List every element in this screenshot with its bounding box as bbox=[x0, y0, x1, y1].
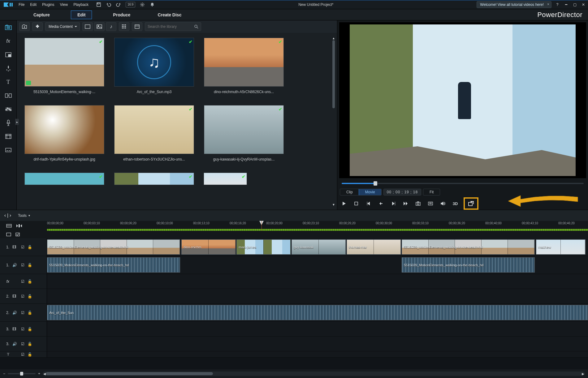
zoom-out-icon[interactable]: − bbox=[3, 372, 5, 376]
media-item[interactable]: ✔ bbox=[24, 173, 105, 185]
preview-mode-movie[interactable]: Movie bbox=[359, 189, 382, 195]
track-lock-icon[interactable]: 🔓 bbox=[28, 311, 32, 315]
stop-icon[interactable] bbox=[352, 200, 360, 208]
library-category-select[interactable]: Media Content bbox=[45, 22, 80, 31]
track-enable-icon[interactable]: ☑ bbox=[21, 263, 24, 267]
next-frame-icon[interactable] bbox=[389, 200, 397, 208]
media-room-icon[interactable] bbox=[4, 24, 13, 32]
track-lock-icon[interactable]: 🔓 bbox=[28, 245, 32, 249]
mode-produce[interactable]: Produce bbox=[107, 11, 136, 19]
track-lock-icon[interactable]: 🔓 bbox=[28, 352, 32, 357]
media-item[interactable]: ✔ guy-kawasaki-iij-QvyRAnM-unsplas... bbox=[204, 105, 284, 161]
pip-room-icon[interactable] bbox=[4, 51, 13, 59]
media-item[interactable]: drif-riadh-YpkuRn54y4w-unsplash.jpg bbox=[24, 105, 105, 161]
media-item[interactable]: ✔ ethan-robertson-SYx3UCHZJlo-uns... bbox=[114, 105, 194, 161]
timeline-clip[interactable]: 5515039_MotionElements_walking-on-the-be… bbox=[402, 239, 535, 255]
track-enable-icon[interactable]: ☑ bbox=[21, 311, 24, 315]
timeline-clip[interactable]: Arc_of_the_Sun bbox=[47, 305, 588, 320]
close-icon[interactable]: × bbox=[547, 2, 549, 6]
track-enable-icon[interactable]: ☑ bbox=[21, 342, 24, 346]
help-icon[interactable]: ? bbox=[555, 2, 560, 7]
preview-fit-select[interactable]: Fit bbox=[423, 189, 440, 195]
media-item[interactable]: ✔♫ Arc_of_the_Sun.mp3 bbox=[114, 38, 194, 94]
scroll-up-icon[interactable]: ▲ bbox=[331, 36, 336, 40]
undock-preview-icon[interactable] bbox=[464, 197, 478, 210]
aspect-ratio-icon[interactable]: 16:9 bbox=[126, 2, 135, 7]
mode-edit[interactable]: Edit bbox=[71, 11, 92, 19]
track-lock-icon[interactable]: 🔓 bbox=[28, 294, 32, 299]
track-enable-icon[interactable]: ☑ bbox=[21, 327, 24, 331]
menu-edit[interactable]: Edit bbox=[28, 1, 39, 8]
save-icon[interactable] bbox=[96, 2, 102, 7]
notifications-icon[interactable] bbox=[149, 2, 155, 7]
preview-quality-icon[interactable] bbox=[426, 200, 435, 208]
media-item[interactable]: ✔ 5515039_MotionElements_walking-... bbox=[24, 38, 105, 94]
menu-view[interactable]: View bbox=[57, 1, 70, 8]
maximize-icon[interactable]: ▢ bbox=[572, 2, 577, 7]
view-grid-icon[interactable] bbox=[119, 22, 129, 31]
track-enable-icon[interactable]: ☑ bbox=[21, 352, 24, 357]
timeline-clip[interactable]: 5515039_MotionElements_walking-on-the-be… bbox=[47, 257, 180, 273]
track-lock-icon[interactable]: 🔓 bbox=[28, 327, 32, 331]
preview-scrubber[interactable] bbox=[337, 180, 588, 187]
marker-icon[interactable] bbox=[16, 224, 22, 228]
fx-room-icon[interactable]: fx bbox=[4, 37, 13, 45]
volume-icon[interactable] bbox=[439, 200, 447, 208]
audio-mix-room-icon[interactable] bbox=[4, 105, 13, 113]
fast-forward-icon[interactable] bbox=[402, 200, 410, 208]
library-search[interactable] bbox=[145, 22, 201, 31]
timeline-clip[interactable]: 5515039_MotionElements_walking-on-the-be… bbox=[402, 257, 535, 273]
preview-canvas[interactable] bbox=[339, 22, 586, 178]
track-enable-icon[interactable]: ☑ bbox=[21, 279, 24, 284]
timeline-scrollbar[interactable]: ◀ ▶ bbox=[43, 372, 585, 376]
zoom-slider[interactable] bbox=[8, 373, 36, 374]
scroll-down-icon[interactable]: ▼ bbox=[331, 202, 336, 207]
step-back-icon[interactable] bbox=[377, 200, 385, 208]
title-room-icon[interactable]: T bbox=[4, 78, 13, 86]
track-lock-icon[interactable]: 🔓 bbox=[28, 342, 32, 346]
filter-image-icon[interactable] bbox=[94, 22, 105, 31]
split-align-icon[interactable] bbox=[4, 213, 11, 218]
particle-room-icon[interactable] bbox=[4, 64, 13, 72]
menu-plugins[interactable]: Plugins bbox=[40, 1, 57, 8]
timeline-clip[interactable]: dino-reichm bbox=[181, 239, 236, 255]
plugins-icon[interactable] bbox=[32, 22, 43, 31]
import-media-icon[interactable] bbox=[19, 22, 30, 31]
close-window-icon[interactable]: ✕ bbox=[581, 2, 586, 7]
redo-icon[interactable] bbox=[116, 2, 121, 7]
3d-icon[interactable]: 3D bbox=[451, 200, 459, 208]
play-icon[interactable] bbox=[340, 200, 348, 208]
media-item[interactable]: ✔ dino-reichmuth-A5rCN8626Ck-uns... bbox=[204, 38, 284, 94]
library-menu-icon[interactable] bbox=[132, 22, 142, 31]
preview-timecode[interactable]: 00 ; 00 ; 19 ; 18 bbox=[383, 189, 421, 195]
track-display-icon[interactable] bbox=[6, 233, 11, 236]
track-lock-icon[interactable]: 🔓 bbox=[28, 263, 32, 267]
timeline-clip[interactable]: guy-kawasak bbox=[292, 239, 346, 255]
filter-audio-icon[interactable]: ♪ bbox=[106, 22, 116, 31]
timeline-clip[interactable]: 5515039_MotionElements_walking-on-the-be… bbox=[47, 239, 180, 255]
track-enable-icon[interactable]: ☑ bbox=[21, 245, 24, 249]
tools-menu[interactable]: Tools▾ bbox=[18, 213, 30, 218]
menu-file[interactable]: File bbox=[16, 1, 27, 8]
scroll-right-icon[interactable]: ▶ bbox=[581, 372, 586, 376]
filter-all-icon[interactable] bbox=[82, 22, 93, 31]
timeline-clip[interactable]: matthew bbox=[536, 239, 586, 255]
timeline-ruler[interactable]: 00;00;00;0000;00;03;1000;00;06;2000;00;1… bbox=[0, 221, 588, 231]
voiceover-room-icon[interactable] bbox=[4, 119, 13, 127]
timeline-clip[interactable]: marc-james bbox=[236, 239, 291, 255]
settings-icon[interactable] bbox=[140, 2, 145, 7]
chapter-room-icon[interactable] bbox=[4, 132, 13, 140]
timeline-clip[interactable]: thomas-mar bbox=[347, 239, 401, 255]
track-lock-icon[interactable]: 🔓 bbox=[28, 279, 32, 284]
snapshot-icon[interactable] bbox=[414, 200, 422, 208]
media-item[interactable]: ✔ bbox=[114, 173, 194, 185]
menu-playback[interactable]: Playback bbox=[71, 1, 91, 8]
mode-capture[interactable]: Capture bbox=[27, 11, 56, 19]
library-scrollbar[interactable]: ▲ ▼ bbox=[331, 36, 336, 207]
track-enable-icon[interactable]: ☑ bbox=[21, 294, 24, 299]
track-check-icon[interactable] bbox=[15, 233, 20, 236]
tutorial-banner[interactable]: Welcome! View all tutorial videos here!× bbox=[477, 1, 551, 8]
mode-create-disc[interactable]: Create Disc bbox=[151, 11, 188, 19]
minimize-icon[interactable]: ━ bbox=[563, 2, 569, 7]
preview-mode-clip[interactable]: Clip bbox=[340, 189, 359, 195]
